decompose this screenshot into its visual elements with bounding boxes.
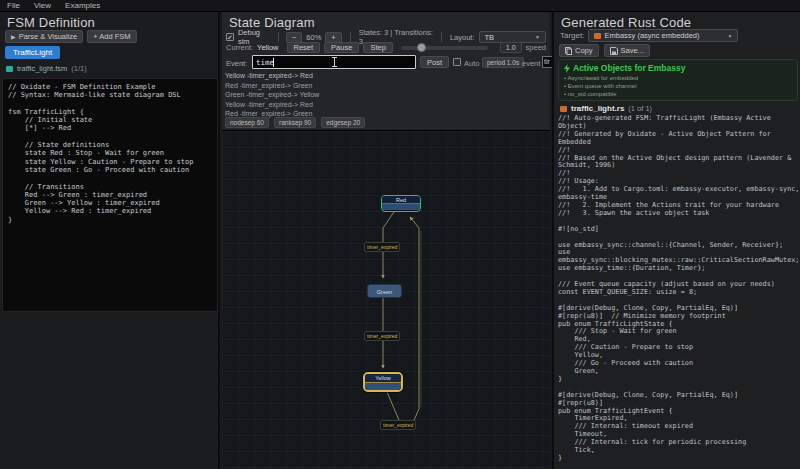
separator bbox=[441, 32, 442, 42]
app-window: File View Examples FSM Definition ▶ Pars… bbox=[0, 0, 800, 469]
fsm-definition-panel: FSM Definition ▶ Parse & Visualize + Add… bbox=[0, 12, 220, 469]
edgesep-chip[interactable]: edgesep 20 bbox=[321, 117, 365, 128]
auto-label: Auto bbox=[464, 59, 479, 68]
state-node-red-body bbox=[382, 204, 420, 210]
zoom-level: 60% bbox=[306, 33, 321, 42]
crab-icon bbox=[594, 33, 601, 39]
tab-trafficlight[interactable]: TrafficLight bbox=[5, 46, 60, 59]
rust-file-count: (1 of 1) bbox=[628, 104, 652, 113]
separator bbox=[278, 32, 279, 42]
edge-label-yellow-red: timer_expired bbox=[380, 420, 416, 430]
layout-label: Layout: bbox=[450, 33, 475, 42]
menu-examples[interactable]: Examples bbox=[65, 1, 100, 10]
speed-value: 1.0 bbox=[500, 42, 522, 53]
text-caret bbox=[273, 58, 274, 67]
add-fsm-button[interactable]: + Add FSM bbox=[87, 30, 136, 43]
state-node-yellow-label: Yellow bbox=[365, 374, 401, 383]
log-entry: Yellow -timer_expired-> Red bbox=[225, 72, 313, 79]
rust-file-row: traffic_light.rs (1 of 1) bbox=[560, 104, 652, 113]
play-icon: ▶ bbox=[11, 33, 16, 40]
log-entry: Red -timer_expired-> Green bbox=[225, 82, 312, 89]
speed-slider[interactable] bbox=[401, 46, 488, 50]
parse-visualize-button[interactable]: ▶ Parse & Visualize bbox=[5, 30, 83, 43]
reset-button[interactable]: Reset bbox=[287, 42, 321, 53]
info-bullet: • Async/await for embedded bbox=[564, 75, 792, 81]
save-button[interactable]: Save... bbox=[604, 44, 650, 57]
post-button[interactable]: Post bbox=[420, 56, 449, 68]
state-node-green[interactable]: Green bbox=[367, 284, 402, 298]
state-node-red-label: Red bbox=[382, 196, 420, 204]
auto-event-label: event bbox=[522, 59, 540, 68]
target-label: Target: bbox=[560, 31, 584, 40]
crab-icon bbox=[560, 106, 567, 112]
diagram-canvas[interactable]: Red timer_expired Green timer_expired Ye… bbox=[222, 130, 550, 469]
transition-edges bbox=[222, 131, 550, 469]
info-bullet: • Event queue with channel bbox=[564, 83, 792, 89]
menu-file[interactable]: File bbox=[7, 1, 20, 10]
ranksep-chip[interactable]: ranksep 90 bbox=[274, 117, 316, 128]
rust-code-view: //! Auto-generated FSM: TrafficLight (Em… bbox=[558, 115, 800, 469]
fsm-file-count: (1/1) bbox=[71, 64, 86, 73]
period-chip[interactable]: period 1.0s bbox=[482, 57, 524, 68]
edge-label-green-yellow: timer_expired bbox=[364, 331, 400, 341]
generated-code-panel: Generated Rust Code Target: Embassy (asy… bbox=[552, 12, 800, 469]
menubar: File View Examples bbox=[0, 0, 800, 12]
step-button[interactable]: Step bbox=[363, 42, 392, 53]
fsm-file-name: traffic_light.fsm bbox=[17, 64, 67, 73]
save-icon bbox=[610, 47, 618, 55]
log-entry: Yellow -timer_expired-> Red bbox=[225, 101, 313, 108]
log-entry: Red -timer_expired-> Green bbox=[225, 110, 312, 117]
zoom-in-button[interactable]: + bbox=[325, 32, 341, 43]
fsm-code-editor[interactable]: // Oxidate - FSM Definition Example // S… bbox=[2, 78, 218, 312]
rust-panel-title: Generated Rust Code bbox=[561, 15, 691, 30]
event-label: Event: bbox=[226, 59, 247, 68]
auto-checkbox[interactable] bbox=[453, 58, 461, 66]
edge-label-red-green: timer_expired bbox=[364, 242, 400, 252]
pause-button[interactable]: Pause bbox=[324, 42, 359, 53]
info-title-text: Active Objects for Embassy bbox=[573, 63, 685, 73]
fsm-file-icon bbox=[6, 66, 13, 72]
debug-sim-checkbox[interactable]: ✓ bbox=[226, 33, 234, 41]
state-node-yellow-body bbox=[365, 383, 401, 390]
fsm-panel-title: FSM Definition bbox=[7, 15, 95, 30]
chevron-down-icon: ▼ bbox=[535, 34, 540, 40]
speed-slider-knob[interactable] bbox=[417, 43, 426, 52]
nodesep-chip[interactable]: nodesep 60 bbox=[225, 117, 269, 128]
fsm-file-row: traffic_light.fsm (1/1) bbox=[6, 64, 87, 73]
separator bbox=[350, 32, 351, 42]
mouse-ibeam-cursor bbox=[334, 57, 335, 67]
state-diagram-panel: State Diagram ✓ Debug sim − 60% + States… bbox=[222, 12, 550, 469]
state-node-yellow[interactable]: Yellow bbox=[363, 372, 403, 392]
info-bullet: • no_std compatible bbox=[564, 91, 792, 97]
current-state-label: Current: bbox=[226, 43, 253, 52]
chevron-down-icon: ▼ bbox=[728, 33, 733, 39]
copy-icon bbox=[565, 47, 572, 55]
current-state-value: Yellow bbox=[257, 43, 278, 52]
state-node-red[interactable]: Red bbox=[381, 195, 421, 212]
rust-file-name: traffic_light.rs bbox=[571, 104, 624, 113]
zoom-out-button[interactable]: − bbox=[286, 32, 302, 43]
bolt-icon bbox=[564, 64, 570, 73]
target-info-box: Active Objects for Embassy • Async/await… bbox=[558, 59, 798, 101]
log-entry: Green -timer_expired-> Yellow bbox=[225, 91, 319, 98]
menu-view[interactable]: View bbox=[34, 1, 51, 10]
target-dropdown[interactable]: Embassy (async embedded) ▼ bbox=[588, 29, 738, 42]
speed-label: speed bbox=[526, 43, 546, 52]
copy-button[interactable]: Copy bbox=[559, 44, 599, 57]
